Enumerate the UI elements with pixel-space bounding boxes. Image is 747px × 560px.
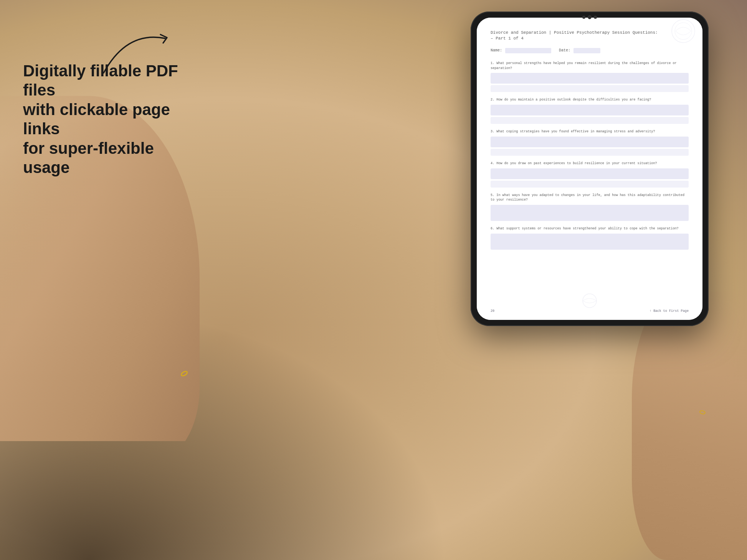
pdf-question-4: 4. How do you draw on past experiences t… xyxy=(491,161,689,188)
pdf-answer-2b[interactable] xyxy=(491,117,689,124)
tablet-camera xyxy=(582,15,597,19)
pdf-question-5-text: 5. In what ways have you adapted to chan… xyxy=(491,193,689,203)
hand-skin-right xyxy=(632,292,747,560)
pdf-question-3: 3. What coping strategies have you found… xyxy=(491,129,689,156)
pdf-answer-4b[interactable] xyxy=(491,181,689,188)
pdf-page: Divorce and Separation | Positive Psycho… xyxy=(477,18,702,320)
pdf-name-label: Name: xyxy=(491,48,502,53)
pdf-name-date-row: Name: Date: xyxy=(491,48,689,53)
pdf-footer: 20 ↑ Back to First Page xyxy=(491,309,689,313)
pdf-question-1-text: 1. What personal strengths have helped y… xyxy=(491,61,689,71)
marketing-text: Digitally fillable PDF files with clicka… xyxy=(23,61,184,177)
svg-point-1 xyxy=(675,23,692,40)
pdf-question-1: 1. What personal strengths have helped y… xyxy=(491,61,689,92)
pdf-question-2-text: 2. How do you maintain a positive outloo… xyxy=(491,97,689,102)
tablet: Divorce and Separation | Positive Psycho… xyxy=(471,12,709,326)
camera-dot-1 xyxy=(582,16,585,19)
pdf-question-6: 6. What support systems or resources hav… xyxy=(491,226,689,250)
pdf-question-4-text: 4. How do you draw on past experiences t… xyxy=(491,161,689,166)
pdf-page-number: 20 xyxy=(491,309,494,313)
pdf-question-5: 5. In what ways have you adapted to chan… xyxy=(491,193,689,221)
hand-right-area xyxy=(632,292,747,560)
svg-point-2 xyxy=(583,294,597,308)
pdf-title-line1: Divorce and Separation | Positive Psycho… xyxy=(491,30,658,35)
pdf-answer-2[interactable] xyxy=(491,105,689,115)
camera-lens xyxy=(588,15,592,19)
pdf-question-6-text: 6. What support systems or resources hav… xyxy=(491,226,689,231)
pdf-answer-6[interactable] xyxy=(491,234,689,250)
pdf-answer-1[interactable] xyxy=(491,73,689,84)
watermark-top-right xyxy=(664,18,702,44)
pdf-answer-1b[interactable] xyxy=(491,85,689,92)
tablet-frame: Divorce and Separation | Positive Psycho… xyxy=(471,12,709,326)
tagline-line2: with clickable page links xyxy=(23,100,170,138)
pdf-answer-4[interactable] xyxy=(491,168,689,179)
camera-dot-2 xyxy=(594,16,597,19)
pdf-name-field[interactable] xyxy=(505,48,551,53)
pdf-question-2: 2. How do you maintain a positive outloo… xyxy=(491,97,689,124)
tablet-screen: Divorce and Separation | Positive Psycho… xyxy=(477,18,702,320)
pdf-question-3-text: 3. What coping strategies have you found… xyxy=(491,129,689,134)
pdf-title-line2: – Part 1 of 4 xyxy=(491,36,524,41)
pdf-date-label: Date: xyxy=(559,48,570,53)
tagline-line3: for super-flexible usage xyxy=(23,139,154,176)
pdf-answer-3b[interactable] xyxy=(491,149,689,156)
pdf-answer-3[interactable] xyxy=(491,137,689,147)
tagline: Digitally fillable PDF files with clicka… xyxy=(23,61,184,177)
pdf-back-link[interactable]: ↑ Back to First Page xyxy=(649,309,689,313)
svg-point-0 xyxy=(672,20,695,43)
pdf-answer-5[interactable] xyxy=(491,205,689,221)
tagline-line1: Digitally fillable PDF files xyxy=(23,62,178,99)
watermark-bottom xyxy=(567,293,613,308)
pdf-title: Divorce and Separation | Positive Psycho… xyxy=(491,30,689,42)
pdf-date-field[interactable] xyxy=(573,48,600,53)
